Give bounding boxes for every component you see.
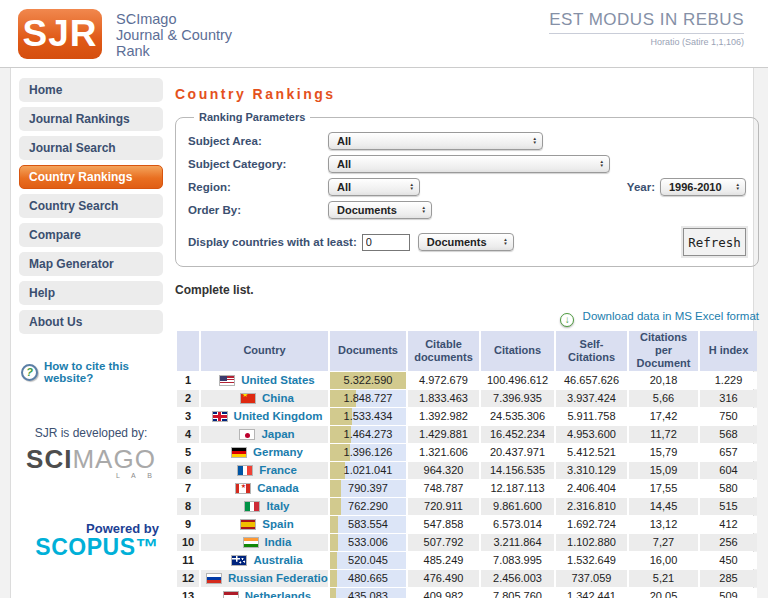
documents-bar-wrap: 583.554 xyxy=(330,516,406,533)
sidebar-item-country-search[interactable]: Country Search xyxy=(19,194,163,218)
country-rankings-table: Country Documents Citable documents Cita… xyxy=(175,330,759,598)
country-cell: China xyxy=(201,390,328,407)
sjr-logo[interactable]: SJR xyxy=(18,9,102,59)
country-link[interactable]: Russian Federation xyxy=(228,572,328,584)
site-header: SJR SCImago Journal & Country Rank EST M… xyxy=(0,0,768,68)
table-row: 13Netherlands435.083409.9827.805.7601.34… xyxy=(177,588,757,598)
self-citations-cell: 3.937.424 xyxy=(556,390,627,407)
cite-row: How to cite this website? xyxy=(19,360,163,384)
documents-bar-wrap: 1.848.727 xyxy=(330,390,406,407)
h-index-cell: 580 xyxy=(700,480,757,497)
documents-cell: 435.083 xyxy=(330,588,406,598)
citable-documents-cell: 476.490 xyxy=(408,570,479,587)
documents-bar xyxy=(330,570,337,587)
country-cell: Australia xyxy=(201,552,328,569)
subject-category-select[interactable]: All xyxy=(328,155,610,173)
display-unit-select[interactable]: Documents xyxy=(418,233,514,251)
country-cell: United Kingdom xyxy=(201,408,328,425)
documents-cell: 762.290 xyxy=(330,498,406,515)
rank-cell: 8 xyxy=(177,498,199,515)
download-excel-link[interactable]: Download data in MS Excel format xyxy=(583,310,759,322)
scimago-logo-sci: SCI xyxy=(26,444,72,474)
subject-area-value: All xyxy=(337,135,525,147)
country-cell: Canada xyxy=(201,480,328,497)
flag-australia-icon xyxy=(231,555,247,566)
country-cell: United States xyxy=(201,372,328,389)
sidebar-item-compare[interactable]: Compare xyxy=(19,223,163,247)
citations-cell: 20.437.971 xyxy=(481,444,554,461)
region-row: Region: All Year: 1996-2010 xyxy=(188,178,746,196)
header-citations: Citations xyxy=(481,331,554,371)
flag-china-icon xyxy=(240,393,256,404)
citable-documents-cell: 409.982 xyxy=(408,588,479,598)
country-link[interactable]: United Kingdom xyxy=(234,410,323,422)
documents-cell: 480.665 xyxy=(330,570,406,587)
sidebar-item-country-rankings[interactable]: Country Rankings xyxy=(19,165,163,189)
year-group: Year: 1996-2010 xyxy=(627,178,746,196)
subject-area-select[interactable]: All xyxy=(328,132,543,150)
main-content: Country Rankings Ranking Parameters Subj… xyxy=(175,78,759,598)
documents-bar-wrap: 762.290 xyxy=(330,498,406,515)
documents-value: 1.396.126 xyxy=(344,446,393,458)
self-citations-cell: 4.953.600 xyxy=(556,426,627,443)
self-citations-cell: 2.406.404 xyxy=(556,480,627,497)
country-link[interactable]: Spain xyxy=(262,518,293,530)
cite-link[interactable]: How to cite this website? xyxy=(44,360,163,384)
documents-value: 1.464.273 xyxy=(344,428,393,440)
sidebar-item-map-generator[interactable]: Map Generator xyxy=(19,252,163,276)
min-count-input[interactable] xyxy=(362,234,410,251)
country-link[interactable]: Germany xyxy=(253,446,303,458)
rank-cell: 13 xyxy=(177,588,199,598)
documents-value: 1.848.727 xyxy=(344,392,393,404)
table-row: 12Russian Federation480.665476.4902.456.… xyxy=(177,570,757,587)
sidebar-item-journal-search[interactable]: Journal Search xyxy=(19,136,163,160)
order-by-select[interactable]: Documents xyxy=(328,201,432,219)
country-link[interactable]: Australia xyxy=(253,554,302,566)
documents-bar-wrap: 480.665 xyxy=(330,570,406,587)
documents-cell: 1.464.273 xyxy=(330,426,406,443)
country-link[interactable]: India xyxy=(265,536,292,548)
country-link[interactable]: Japan xyxy=(261,428,294,440)
documents-bar-wrap: 533.006 xyxy=(330,534,406,551)
self-citations-cell: 46.657.626 xyxy=(556,372,627,389)
year-select[interactable]: 1996-2010 xyxy=(660,178,746,196)
flag-italy-icon xyxy=(244,501,260,512)
self-citations-cell: 737.059 xyxy=(556,570,627,587)
sidebar-item-about-us[interactable]: About Us xyxy=(19,310,163,334)
ranking-parameters-legend: Ranking Parameters xyxy=(194,111,310,123)
country-link[interactable]: Italy xyxy=(266,500,289,512)
documents-value: 583.554 xyxy=(348,518,388,530)
sidebar-item-journal-rankings[interactable]: Journal Rankings xyxy=(19,107,163,131)
scopus-logo[interactable]: Powered by SCOPUS™ xyxy=(19,521,163,558)
documents-bar xyxy=(330,480,341,497)
self-citations-cell: 1.532.649 xyxy=(556,552,627,569)
motto-text: EST MODUS IN REBUS xyxy=(549,10,744,34)
brand-title: SCImago Journal & Country Rank xyxy=(116,11,232,59)
rank-cell: 4 xyxy=(177,426,199,443)
documents-bar-wrap: 790.397 xyxy=(330,480,406,497)
flag-netherlands-icon xyxy=(223,591,239,598)
citable-documents-cell: 1.392.982 xyxy=(408,408,479,425)
subject-area-label: Subject Area: xyxy=(188,135,328,147)
country-link[interactable]: Canada xyxy=(257,482,299,494)
refresh-button[interactable]: Refresh xyxy=(683,228,746,256)
region-select[interactable]: All xyxy=(328,178,420,196)
h-index-cell: 285 xyxy=(700,570,757,587)
scimago-lab-logo[interactable]: SCIMAGO xyxy=(19,448,163,470)
h-index-cell: 412 xyxy=(700,516,757,533)
country-cell: Italy xyxy=(201,498,328,515)
sidebar-item-help[interactable]: Help xyxy=(19,281,163,305)
country-link[interactable]: China xyxy=(262,392,294,404)
country-link[interactable]: United States xyxy=(241,374,315,386)
region-label: Region: xyxy=(188,181,328,193)
table-row: 7Canada790.397748.78712.187.1132.406.404… xyxy=(177,480,757,497)
country-link[interactable]: Netherlands xyxy=(245,590,311,598)
developed-by-label: SJR is developed by: xyxy=(19,426,163,440)
country-link[interactable]: France xyxy=(259,464,297,476)
h-index-cell: 256 xyxy=(700,534,757,551)
download-icon[interactable] xyxy=(560,313,574,327)
sidebar-item-home[interactable]: Home xyxy=(19,78,163,102)
order-by-label: Order By: xyxy=(188,204,328,216)
header-citations-per-document: Citations per Document xyxy=(629,331,698,371)
documents-value: 520.045 xyxy=(348,554,388,566)
